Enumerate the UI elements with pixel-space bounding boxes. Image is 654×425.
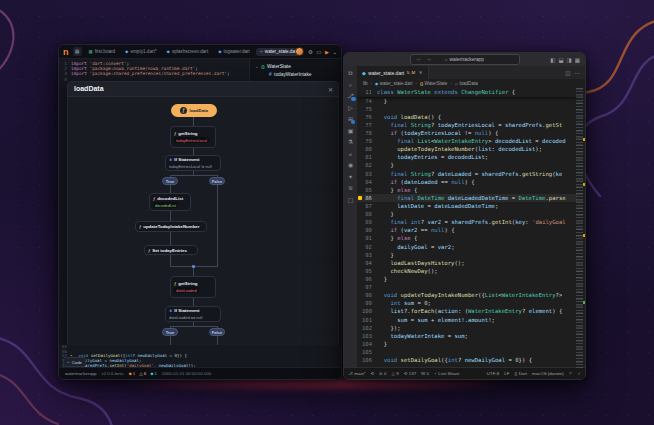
nowa-code-editor[interactable]: 1import 'dart:convert';2import 'package:…	[59, 59, 249, 81]
code-line-103[interactable]: 103 todayWaterIntake = sum;	[357, 332, 577, 340]
nowa-tab-empty1-dart-[interactable]: ◆empty1.dart*	[121, 48, 160, 56]
code-line-106[interactable]: 106 void setDailyGoal({int? newDailyGoal…	[357, 356, 577, 364]
code-line-76[interactable]: 76 void loadData() {	[357, 113, 577, 121]
avatar[interactable]	[295, 47, 304, 56]
remote-window-icon[interactable]: ▢	[348, 197, 354, 204]
status-item-main-[interactable]: ⎇main*	[348, 371, 366, 376]
code-line-78[interactable]: 78 if (todayEntriesLocal != null) {	[357, 129, 577, 137]
flow-node-loadData[interactable]: ƒloadData	[171, 104, 217, 117]
code-lines[interactable]: 74 }7576 void loadData() {77 final Strin…	[357, 97, 577, 368]
code-line-87[interactable]: 87 lastDate = dateLoadedDateTime;	[357, 202, 577, 210]
code-line-89[interactable]: 89 final int? var2 = sharedPrefs.getInt(…	[357, 218, 577, 226]
gear-icon[interactable]: ⚙	[308, 49, 313, 55]
split-icon[interactable]: ◫	[565, 70, 570, 76]
status-item-bell[interactable]: ⚐	[569, 371, 573, 376]
status-item-live-share[interactable]: ⚡Live Share	[434, 371, 459, 376]
code-line-96[interactable]: 96 }	[357, 275, 577, 283]
play-icon[interactable]: ▶	[325, 49, 329, 55]
code-line-101[interactable]: 101 sum = sum + element!.amount!;	[357, 316, 577, 324]
code-line-80[interactable]: 80 updateTodayIntakeNumber(list: decoded…	[357, 145, 577, 153]
back-icon[interactable]: ←	[416, 56, 422, 62]
docker-icon[interactable]: ≋	[348, 185, 353, 192]
breadcrumb-item-lib[interactable]: lib	[363, 81, 368, 86]
code-line-86[interactable]: 86 final DateTime dateLoadedDateTime = D…	[357, 194, 577, 202]
code-line-91[interactable]: 91 } else {	[357, 234, 577, 242]
sticky-scroll-line[interactable]: 11class WaterState extends ChangeNotifie…	[357, 88, 577, 97]
share-icon[interactable]: ✦	[348, 174, 353, 181]
flow-node-getString[interactable]: ƒgetStringtodayEntriesLocal	[170, 126, 216, 148]
testing-icon[interactable]: ⚗	[348, 139, 353, 146]
flow-canvas[interactable]: ƒloadDataƒgetStringtodayEntriesLocal⋔If …	[68, 82, 338, 346]
tab-water-state-dart[interactable]: ◆ water_state.dart 5, M ✕	[357, 66, 429, 79]
symbol-todayWaterIntake[interactable]: #todayWaterIntake	[255, 70, 341, 78]
status-item-check[interactable]: ✓	[577, 371, 581, 376]
code-line-81[interactable]: 81 todayEntries = decodedList;	[357, 153, 577, 161]
status-item-137[interactable]: ⟲137	[404, 371, 416, 376]
code-line-84[interactable]: 84 if (dateLoaded == null) {	[357, 178, 577, 186]
panel-right-icon[interactable]: ◨	[567, 57, 572, 63]
nowa-tab-logwater-dart[interactable]: ◆logwater.dart	[214, 48, 254, 56]
code-line-102[interactable]: 102 });	[357, 324, 577, 332]
forward-icon[interactable]: →	[426, 56, 432, 62]
code-line-85[interactable]: 85 } else {	[357, 186, 577, 194]
project-menu-icon[interactable]: ▦	[73, 47, 82, 56]
code-line-92[interactable]: 92 dailyGoal = var2;	[357, 243, 577, 251]
minimap[interactable]	[576, 88, 583, 368]
breadcrumb-item-loadData[interactable]: ◇loadData	[455, 81, 478, 86]
references-icon[interactable]: «	[349, 151, 352, 158]
code-line-74[interactable]: 74 }	[357, 97, 577, 105]
flow-node-If-Statement[interactable]: ⋔If StatementtodayEntriesLocal != null	[165, 155, 221, 171]
code-line-98[interactable]: 98 void updateTodayIntakeNumber({List<Wa…	[357, 291, 577, 299]
nowa-code-editor-bottom[interactable]: 555657• void setDailyGoal({int? newDaily…	[59, 345, 341, 368]
status-item-dart[interactable]: {}Dart	[514, 371, 527, 376]
code-line-75[interactable]: 75	[357, 105, 577, 113]
code-line-94[interactable]: 94 loadLastDaysHistory();	[357, 259, 577, 267]
panel-bottom-icon[interactable]: ⬓	[558, 57, 563, 63]
search-icon[interactable]: ⌕	[349, 82, 352, 89]
status-item-9[interactable]: △9	[392, 371, 399, 376]
lightning-icon[interactable]: ◉	[348, 162, 353, 169]
overview-ruler[interactable]	[583, 88, 585, 368]
layout-grid-icon[interactable]: ▦	[575, 57, 580, 63]
panel-left-icon[interactable]: ◧	[550, 57, 555, 63]
code-line-104[interactable]: 104 }	[357, 340, 577, 348]
code-line-88[interactable]: 88 }	[357, 210, 577, 218]
nowa-logo-icon[interactable]: n	[63, 47, 69, 57]
flow-node-getString[interactable]: ƒgetStringdateLoaded	[170, 276, 216, 298]
extensions-icon[interactable]: ⊞	[348, 116, 353, 123]
lightbulb-icon[interactable]	[358, 196, 362, 200]
flow-node-updateTodayIntakeNumber[interactable]: ƒupdateTodayIntakeNumber	[135, 221, 207, 232]
remote-explorer-icon[interactable]: ▣	[348, 128, 354, 135]
flow-node-If-Statement[interactable]: ⋔If StatementdateLoaded == null	[165, 306, 221, 322]
status-item-macos-darwin-[interactable]: macOS (darwin)	[532, 371, 564, 376]
code-editor[interactable]: 11class WaterState extends ChangeNotifie…	[357, 88, 585, 368]
device-icon[interactable]: ▭	[316, 49, 321, 55]
code-line-100[interactable]: 100 list?.forEach(action: (WaterIntakeEn…	[357, 307, 577, 315]
code-line-82[interactable]: 82 }	[357, 161, 577, 169]
symbol-WaterState[interactable]: ⌄{}WaterState	[255, 62, 341, 70]
nowa-tab-first-board[interactable]: ▦first.board	[85, 48, 120, 56]
status-item-0[interactable]: ⊘0	[379, 371, 386, 376]
code-line-3[interactable]: 3import 'package:shared_preferences/shar…	[59, 71, 249, 76]
flow-node-Set-todayEntries[interactable]: ƒSet todayEntries	[144, 245, 198, 255]
status-item-sync[interactable]: ⟲	[371, 371, 375, 376]
code-line-90[interactable]: 90 if (var2 == null) {	[357, 226, 577, 234]
code-line-77[interactable]: 77 final String? todayEntriesLocal = sha…	[357, 121, 577, 129]
chevron-down-icon[interactable]: ⌄	[255, 64, 259, 69]
more-icon[interactable]: ⋯	[575, 70, 581, 76]
breadcrumb-item-WaterState[interactable]: {}WaterState	[420, 81, 447, 86]
code-line-99[interactable]: 99 int sum = 0;	[357, 299, 577, 307]
code-line-93[interactable]: 93 }	[357, 251, 577, 259]
code-view-toggle[interactable]: ‹› Code	[63, 357, 86, 367]
chevron-down-icon[interactable]: ⌄	[332, 49, 337, 55]
flow-node-decodedList[interactable]: ƒdecodedListdecodedList	[149, 193, 191, 211]
run-debug-icon[interactable]: ▷	[348, 105, 353, 112]
explorer-icon[interactable]: ⧉	[348, 70, 352, 77]
status-item-lf[interactable]: LF	[504, 371, 509, 376]
code-line-97[interactable]: 97	[357, 283, 577, 291]
close-icon[interactable]: ✕	[328, 86, 333, 93]
code-line-11[interactable]: 11class WaterState extends ChangeNotifie…	[357, 88, 577, 96]
close-tab-icon[interactable]: ✕	[419, 70, 423, 75]
code-line-79[interactable]: 79 final List<WaterIntakeEntry> decodedL…	[357, 137, 577, 145]
status-item-utf-8[interactable]: UTF-8	[487, 371, 499, 376]
